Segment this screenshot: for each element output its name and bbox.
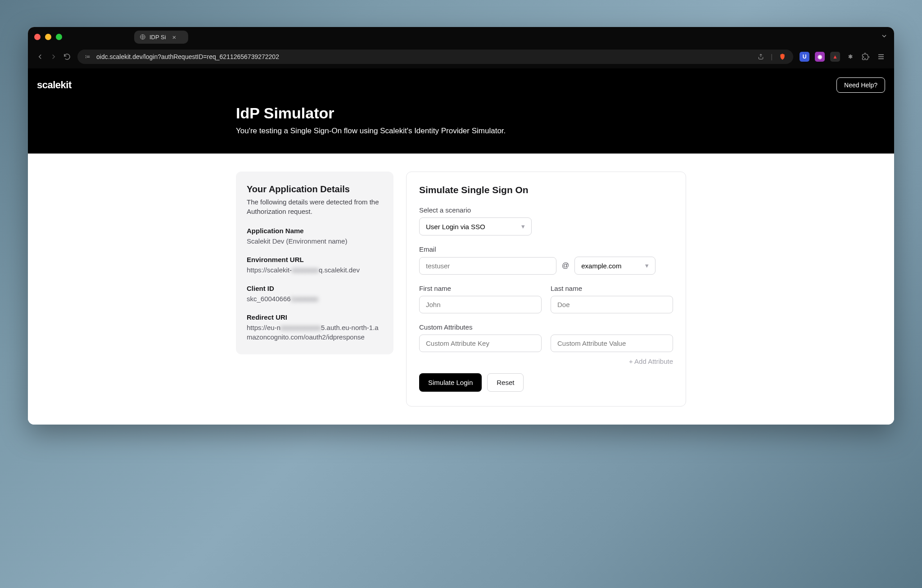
page-title: IdP Simulator [236,104,686,122]
extension-icon-3[interactable]: ▲ [830,52,840,62]
email-domain-select[interactable]: example.com ▾ [574,257,655,275]
simulate-sso-panel: Simulate Single Sign On Select a scenari… [406,172,686,407]
toolbar: oidc.scalekit.dev/login?authRequestID=re… [28,47,894,68]
env-url-value: https://scalekit-xxxxxxxxq.scalekit.dev [247,265,383,275]
scenario-label: Select a scenario [419,206,673,214]
scenario-value: User Login via SSO [426,223,485,231]
extensions-puzzle-icon[interactable] [861,52,871,62]
globe-icon [140,34,146,40]
main-content: Your Application Details The following d… [213,154,709,425]
redirect-uri-value: https://eu-nxxxxxxxxxxxx5.auth.eu-north-… [247,323,383,342]
chevron-down-icon: ▾ [645,262,649,270]
need-help-button[interactable]: Need Help? [836,77,885,93]
browser-tab[interactable]: IDP Si × [134,31,188,44]
back-button[interactable] [34,51,46,63]
tab-title: IDP Si [149,34,166,41]
titlebar: IDP Si × [28,27,894,47]
nav-buttons [34,51,73,63]
maximize-window-button[interactable] [56,34,62,40]
application-details-panel: Your Application Details The following d… [236,172,393,354]
details-description: The following details were detected from… [247,197,383,216]
last-name-input[interactable] [557,301,666,308]
page-subtitle: You're testing a Single Sign-On flow usi… [236,127,686,136]
custom-attribute-key-input[interactable] [426,339,535,347]
add-attribute-button[interactable]: + Add Attribute [419,357,673,365]
email-local-input[interactable] [426,262,550,270]
chevron-down-icon: ▾ [521,222,525,231]
page-content: scalekit Need Help? IdP Simulator You're… [28,68,894,425]
menu-button[interactable] [876,52,886,62]
close-window-button[interactable] [34,34,41,40]
first-name-input[interactable] [426,301,535,308]
share-icon[interactable] [757,53,764,60]
custom-attribute-value-input[interactable] [557,339,666,347]
page-header: scalekit Need Help? IdP Simulator You're… [28,68,894,154]
reset-button[interactable]: Reset [487,373,524,392]
url-text: oidc.scalekit.dev/login?authRequestID=re… [96,53,279,60]
browser-window: IDP Si × oidc.scalekit.dev/login?authReq… [28,27,894,425]
extension-icon-4[interactable]: ✱ [845,52,855,62]
simulate-heading: Simulate Single Sign On [419,185,673,195]
scenario-select[interactable]: User Login via SSO ▾ [419,217,532,235]
address-bar[interactable]: oidc.scalekit.dev/login?authRequestID=re… [77,50,793,64]
minimize-window-button[interactable] [45,34,51,40]
details-heading: Your Application Details [247,184,383,194]
last-name-label: Last name [551,285,673,292]
client-id-label: Client ID [247,285,383,292]
tabs-dropdown-button[interactable] [881,32,888,41]
simulate-login-button[interactable]: Simulate Login [419,373,482,392]
client-id-value: skc_600406661xxxxxxx [247,294,383,303]
chevron-down-icon [881,32,888,40]
redirect-uri-label: Redirect URI [247,313,383,321]
app-name-label: Application Name [247,227,383,235]
extension-icons: U ◉ ▲ ✱ [798,52,888,62]
tab-close-button[interactable]: × [172,33,176,41]
extension-icon-2[interactable]: ◉ [815,52,825,62]
forward-button[interactable] [48,51,59,63]
site-settings-icon[interactable] [85,53,92,60]
at-symbol: @ [562,262,569,270]
extension-icon-1[interactable]: U [800,52,809,62]
logo: scalekit [37,79,72,91]
window-controls [34,34,62,40]
email-label: Email [419,245,673,253]
app-name-value: Scalekit Dev (Environment name) [247,236,383,246]
env-url-label: Environment URL [247,256,383,263]
custom-attributes-label: Custom Attributes [419,323,673,331]
first-name-label: First name [419,285,542,292]
email-domain-value: example.com [581,262,621,270]
brave-shield-icon[interactable] [779,53,786,60]
email-local-input-wrapper [419,257,556,275]
reload-button[interactable] [61,51,73,63]
